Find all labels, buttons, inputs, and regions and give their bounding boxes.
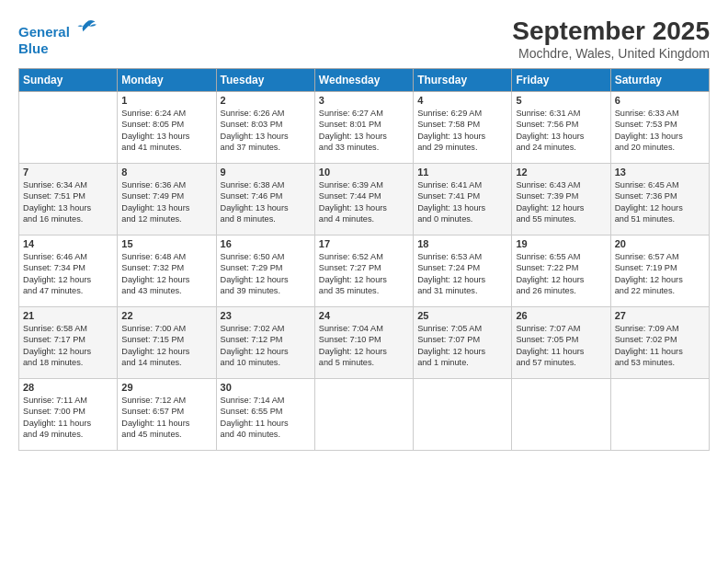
day-number: 30 [221, 382, 311, 393]
day-info: Sunrise: 6:57 AM Sunset: 7:19 PM Dayligh… [615, 251, 705, 297]
day-info: Sunrise: 6:27 AM Sunset: 8:01 PM Dayligh… [319, 108, 409, 154]
day-info: Sunrise: 7:05 AM Sunset: 7:07 PM Dayligh… [417, 323, 507, 369]
day-info: Sunrise: 6:45 AM Sunset: 7:36 PM Dayligh… [615, 179, 705, 225]
week-row-0: 1Sunrise: 6:24 AM Sunset: 8:05 PM Daylig… [19, 92, 710, 164]
calendar-cell: 18Sunrise: 6:53 AM Sunset: 7:24 PM Dayli… [414, 236, 512, 307]
calendar-cell: 6Sunrise: 6:33 AM Sunset: 7:53 PM Daylig… [610, 92, 709, 164]
day-info: Sunrise: 6:29 AM Sunset: 7:58 PM Dayligh… [417, 108, 507, 154]
day-number: 3 [319, 95, 409, 106]
calendar-cell: 12Sunrise: 6:43 AM Sunset: 7:39 PM Dayli… [512, 164, 610, 236]
day-info: Sunrise: 6:36 AM Sunset: 7:49 PM Dayligh… [121, 179, 211, 225]
day-number: 20 [615, 238, 705, 249]
day-number: 12 [516, 167, 606, 178]
calendar-cell: 25Sunrise: 7:05 AM Sunset: 7:07 PM Dayli… [414, 307, 512, 379]
day-number: 28 [23, 382, 113, 393]
calendar-cell: 27Sunrise: 7:09 AM Sunset: 7:02 PM Dayli… [610, 307, 709, 379]
day-number: 26 [516, 310, 606, 321]
calendar-cell: 1Sunrise: 6:24 AM Sunset: 8:05 PM Daylig… [118, 92, 216, 164]
week-row-3: 21Sunrise: 6:58 AM Sunset: 7:17 PM Dayli… [19, 307, 710, 379]
day-number: 4 [417, 95, 507, 106]
calendar-cell: 24Sunrise: 7:04 AM Sunset: 7:10 PM Dayli… [314, 307, 413, 379]
day-info: Sunrise: 6:48 AM Sunset: 7:32 PM Dayligh… [121, 251, 211, 297]
header-cell-friday: Friday [512, 69, 610, 92]
calendar-cell [610, 379, 709, 451]
header-cell-tuesday: Tuesday [216, 69, 314, 92]
day-info: Sunrise: 6:53 AM Sunset: 7:24 PM Dayligh… [417, 251, 507, 297]
calendar-table: SundayMondayTuesdayWednesdayThursdayFrid… [18, 68, 710, 451]
day-number: 11 [417, 167, 507, 178]
calendar-cell: 11Sunrise: 6:41 AM Sunset: 7:41 PM Dayli… [414, 164, 512, 236]
day-info: Sunrise: 6:58 AM Sunset: 7:17 PM Dayligh… [23, 323, 113, 369]
calendar-cell [314, 379, 413, 451]
calendar-cell: 23Sunrise: 7:02 AM Sunset: 7:12 PM Dayli… [216, 307, 314, 379]
header-row: SundayMondayTuesdayWednesdayThursdayFrid… [19, 69, 710, 92]
day-info: Sunrise: 7:12 AM Sunset: 6:57 PM Dayligh… [121, 395, 211, 441]
day-number: 9 [221, 167, 311, 178]
day-info: Sunrise: 6:43 AM Sunset: 7:39 PM Dayligh… [516, 179, 606, 225]
day-info: Sunrise: 7:14 AM Sunset: 6:55 PM Dayligh… [221, 395, 311, 441]
calendar-cell: 8Sunrise: 6:36 AM Sunset: 7:49 PM Daylig… [118, 164, 216, 236]
header-cell-thursday: Thursday [414, 69, 512, 92]
calendar-cell [414, 379, 512, 451]
day-number: 5 [516, 95, 606, 106]
day-info: Sunrise: 7:09 AM Sunset: 7:02 PM Dayligh… [615, 323, 705, 369]
header-cell-saturday: Saturday [610, 69, 709, 92]
day-number: 15 [121, 238, 211, 249]
logo-bird-icon [76, 17, 97, 37]
calendar-body: 1Sunrise: 6:24 AM Sunset: 8:05 PM Daylig… [19, 92, 710, 451]
page: General Blue September 2025 Mochdre, Wal… [0, 0, 728, 563]
day-info: Sunrise: 6:39 AM Sunset: 7:44 PM Dayligh… [319, 179, 409, 225]
day-info: Sunrise: 6:52 AM Sunset: 7:27 PM Dayligh… [319, 251, 409, 297]
calendar-cell [512, 379, 610, 451]
calendar-cell: 10Sunrise: 6:39 AM Sunset: 7:44 PM Dayli… [314, 164, 413, 236]
day-info: Sunrise: 6:33 AM Sunset: 7:53 PM Dayligh… [615, 108, 705, 154]
calendar-cell: 9Sunrise: 6:38 AM Sunset: 7:46 PM Daylig… [216, 164, 314, 236]
day-number: 14 [23, 238, 113, 249]
day-number: 27 [615, 310, 705, 321]
calendar-cell: 26Sunrise: 7:07 AM Sunset: 7:05 PM Dayli… [512, 307, 610, 379]
title-block: September 2025 Mochdre, Wales, United Ki… [512, 17, 710, 61]
calendar-cell: 30Sunrise: 7:14 AM Sunset: 6:55 PM Dayli… [216, 379, 314, 451]
week-row-4: 28Sunrise: 7:11 AM Sunset: 7:00 PM Dayli… [19, 379, 710, 451]
header: General Blue September 2025 Mochdre, Wal… [18, 17, 710, 61]
day-info: Sunrise: 7:07 AM Sunset: 7:05 PM Dayligh… [516, 323, 606, 369]
day-info: Sunrise: 6:24 AM Sunset: 8:05 PM Dayligh… [121, 108, 211, 154]
day-info: Sunrise: 6:38 AM Sunset: 7:46 PM Dayligh… [221, 179, 311, 225]
day-number: 21 [23, 310, 113, 321]
calendar-cell [19, 92, 118, 164]
day-number: 24 [319, 310, 409, 321]
day-number: 29 [121, 382, 211, 393]
day-info: Sunrise: 6:31 AM Sunset: 7:56 PM Dayligh… [516, 108, 606, 154]
calendar-header: SundayMondayTuesdayWednesdayThursdayFrid… [19, 69, 710, 92]
day-info: Sunrise: 6:50 AM Sunset: 7:29 PM Dayligh… [221, 251, 311, 297]
main-title: September 2025 [512, 17, 710, 46]
calendar-cell: 17Sunrise: 6:52 AM Sunset: 7:27 PM Dayli… [314, 236, 413, 307]
calendar-cell: 5Sunrise: 6:31 AM Sunset: 7:56 PM Daylig… [512, 92, 610, 164]
calendar-cell: 29Sunrise: 7:12 AM Sunset: 6:57 PM Dayli… [118, 379, 216, 451]
day-info: Sunrise: 6:34 AM Sunset: 7:51 PM Dayligh… [23, 179, 113, 225]
week-row-1: 7Sunrise: 6:34 AM Sunset: 7:51 PM Daylig… [19, 164, 710, 236]
day-number: 8 [121, 167, 211, 178]
day-number: 7 [23, 167, 113, 178]
day-number: 23 [221, 310, 311, 321]
calendar-cell: 2Sunrise: 6:26 AM Sunset: 8:03 PM Daylig… [216, 92, 314, 164]
calendar-cell: 19Sunrise: 6:55 AM Sunset: 7:22 PM Dayli… [512, 236, 610, 307]
header-cell-sunday: Sunday [19, 69, 118, 92]
logo-line1: General [18, 24, 70, 40]
day-number: 17 [319, 238, 409, 249]
day-number: 16 [221, 238, 311, 249]
logo: General Blue [18, 17, 97, 57]
day-info: Sunrise: 6:46 AM Sunset: 7:34 PM Dayligh… [23, 251, 113, 297]
calendar-cell: 28Sunrise: 7:11 AM Sunset: 7:00 PM Dayli… [19, 379, 118, 451]
day-info: Sunrise: 7:00 AM Sunset: 7:15 PM Dayligh… [121, 323, 211, 369]
day-info: Sunrise: 7:04 AM Sunset: 7:10 PM Dayligh… [319, 323, 409, 369]
calendar-cell: 14Sunrise: 6:46 AM Sunset: 7:34 PM Dayli… [19, 236, 118, 307]
day-number: 10 [319, 167, 409, 178]
day-info: Sunrise: 6:41 AM Sunset: 7:41 PM Dayligh… [417, 179, 507, 225]
calendar-cell: 22Sunrise: 7:00 AM Sunset: 7:15 PM Dayli… [118, 307, 216, 379]
day-number: 13 [615, 167, 705, 178]
day-number: 1 [121, 95, 211, 106]
calendar-cell: 13Sunrise: 6:45 AM Sunset: 7:36 PM Dayli… [610, 164, 709, 236]
calendar-cell: 21Sunrise: 6:58 AM Sunset: 7:17 PM Dayli… [19, 307, 118, 379]
calendar-cell: 4Sunrise: 6:29 AM Sunset: 7:58 PM Daylig… [414, 92, 512, 164]
